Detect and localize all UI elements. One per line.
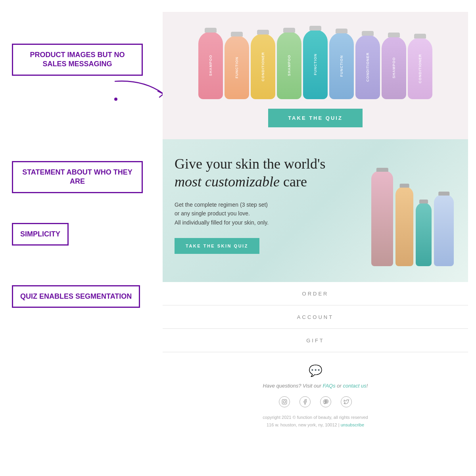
contact-link[interactable]: contact us	[343, 383, 366, 389]
bottle-4-label: SHAMPOO	[287, 55, 291, 76]
skincare-bottles	[371, 155, 454, 266]
bottle-9: CONDITIONER	[408, 38, 432, 99]
bottle-9-label: CONDITIONER	[418, 54, 422, 83]
copyright-line1: copyright 2021 © function of beauty, all…	[263, 415, 368, 420]
nav-item-account[interactable]: ACCOUNT	[163, 305, 468, 329]
page-wrapper: PRODUCT IMAGES BUT NO SALES MESSAGING ST…	[0, 0, 476, 476]
nav-account-label: ACCOUNT	[297, 314, 334, 320]
footer-text-mid: Visit our	[301, 383, 322, 389]
skin-bottle-4	[434, 195, 454, 266]
heading-normal: care	[280, 174, 307, 190]
annotation-label-3: SIMPLICITY	[20, 230, 60, 239]
svg-point-2	[283, 401, 286, 403]
annotation-label-2: STATEMENT ABOUT WHO THEY ARE	[20, 168, 134, 186]
twitter-icon[interactable]	[341, 396, 352, 407]
bottle-7: CONDITIONER	[355, 35, 380, 99]
svg-point-3	[286, 400, 286, 401]
faq-link[interactable]: FAQs	[322, 383, 335, 389]
annotation-label-4: QUIZ ENABLES SEGMENTATION	[20, 292, 132, 301]
annotation-box-1: PRODUCT IMAGES BUT NO SALES MESSAGING	[12, 44, 143, 76]
skin-bottle-1	[371, 171, 393, 266]
annotation-box-2: STATEMENT ABOUT WHO THEY ARE	[12, 161, 143, 193]
take-quiz-button[interactable]: TAKE THE QUIZ	[268, 109, 363, 127]
social-icons-row	[171, 396, 460, 407]
subtext-line3: All individually filled for your skin, o…	[175, 219, 269, 226]
footer-text-or: or	[336, 383, 343, 389]
nav-item-order[interactable]: ORDER	[163, 282, 468, 305]
skin-quiz-button[interactable]: TAKE THE SKIN QUIZ	[175, 238, 259, 254]
footer-text-pre: Have questions	[263, 383, 299, 389]
bottle-2-label: function	[235, 57, 239, 79]
annotation-box-3: SIMPLICITY	[12, 223, 69, 246]
bottle-1: SHAMPOO	[198, 32, 223, 99]
subtext-line1: Get the complete regimen (3 step set)	[175, 202, 268, 208]
bottle-7-label: CONDITIONER	[366, 52, 370, 82]
chat-icon: 💬	[171, 364, 460, 377]
bottle-5: function	[303, 30, 328, 99]
bottle-3: CONDITIONER	[251, 34, 275, 99]
left-annotations: PRODUCT IMAGES BUT NO SALES MESSAGING ST…	[0, 0, 155, 476]
nav-gift-label: GIFT	[306, 338, 324, 344]
bottle-8-label: SHAMPOO	[392, 57, 396, 79]
skin-bottle-2	[395, 187, 413, 266]
identity-heading: Give your skin the world's most customiz…	[175, 155, 361, 191]
skin-bottle-3	[416, 203, 432, 266]
footer-questions-text: Have questions? Visit our FAQs or contac…	[171, 382, 460, 390]
unsubscribe-link[interactable]: unsubscribe	[341, 422, 364, 427]
bottle-6: function	[329, 33, 354, 99]
subtext-line2: or any single product you love.	[175, 210, 250, 217]
svg-rect-1	[282, 399, 287, 404]
heading-line1: Give your skin the world's	[175, 156, 325, 172]
copyright-text: copyright 2021 © function of beauty, all…	[171, 414, 460, 430]
product-bottles-row: SHAMPOO function CONDITIONER SHAMPOO fun…	[171, 20, 460, 99]
bottle-2: function	[225, 36, 249, 99]
footer-text-post: !	[367, 383, 368, 389]
facebook-icon[interactable]	[299, 396, 311, 407]
annotation-box-4: QUIZ ENABLES SEGMENTATION	[12, 285, 140, 308]
annotation-label-1: PRODUCT IMAGES BUT NO SALES MESSAGING	[20, 50, 134, 69]
bottle-4: SHAMPOO	[277, 32, 301, 99]
bottle-6-label: function	[340, 55, 344, 77]
hero-section: SHAMPOO function CONDITIONER SHAMPOO fun…	[163, 12, 468, 139]
nav-order-label: ORDER	[302, 291, 329, 297]
identity-subtext: Get the complete regimen (3 step set) or…	[175, 200, 361, 227]
instagram-icon[interactable]	[279, 396, 290, 407]
heading-italic: most customizable	[175, 174, 280, 190]
bottle-1-label: SHAMPOO	[209, 55, 213, 76]
svg-point-0	[114, 98, 117, 101]
identity-text-block: Give your skin the world's most customiz…	[175, 155, 369, 266]
pinterest-icon[interactable]	[320, 396, 331, 407]
nav-item-gift[interactable]: GIFT	[163, 329, 468, 352]
bottle-5-label: function	[313, 54, 317, 75]
email-content: SHAMPOO function CONDITIONER SHAMPOO fun…	[155, 0, 476, 476]
nav-links: ORDER ACCOUNT GIFT	[163, 282, 468, 352]
identity-product-image	[369, 155, 456, 266]
bottle-3-label: CONDITIONER	[261, 52, 265, 81]
footer: 💬 Have questions? Visit our FAQs or cont…	[163, 352, 468, 441]
copyright-line2: 116 w. houston, new york, ny, 10012 |	[267, 422, 341, 427]
identity-section: Give your skin the world's most customiz…	[163, 139, 468, 282]
bottle-8: SHAMPOO	[382, 36, 406, 99]
